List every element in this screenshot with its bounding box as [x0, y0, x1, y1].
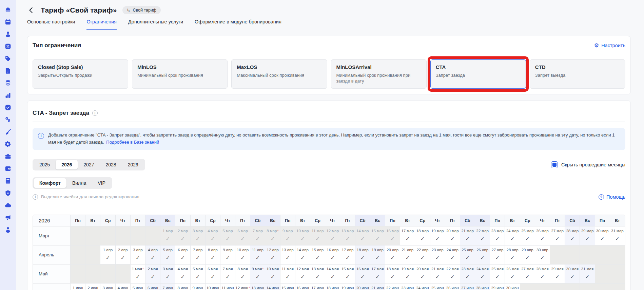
calendar-cell[interactable]: 18 мар✓	[415, 226, 430, 245]
calendar-cell[interactable]: 28 апр✓	[505, 245, 520, 264]
tab-дополнительные-услуги[interactable]: Дополнительные услуги	[128, 19, 183, 29]
calendar-cell[interactable]: 4 мая✓	[175, 264, 190, 283]
calendar-cell[interactable]: 22 мая✓	[445, 264, 460, 283]
room-type-tab-комфорт[interactable]: Комфорт	[34, 178, 66, 188]
year-tab-2028[interactable]: 2028	[100, 160, 122, 169]
configure-button[interactable]: ⚙ Настроить	[594, 43, 625, 48]
calendar-cell[interactable]: 14 апр✓	[295, 245, 310, 264]
calendar-cell[interactable]: 21 апр✓	[400, 245, 415, 264]
coins-icon[interactable]	[4, 79, 12, 87]
calendar-cell[interactable]: 12 апр✓	[265, 245, 280, 264]
calendar-cell[interactable]: 2 мар✓	[175, 226, 190, 245]
tab-ограничения[interactable]: Ограничения	[86, 19, 116, 29]
calendar-cell[interactable]: 20 июн✓	[355, 283, 370, 290]
calendar-cell[interactable]: 30 апр✓	[535, 245, 550, 264]
calendar-cell[interactable]: 2 июн✓	[85, 283, 100, 290]
calendar-cell[interactable]: 15 мар✓	[370, 226, 385, 245]
hide-past-months-toggle[interactable]: Скрыть прошедшие месяцы	[551, 161, 625, 168]
restriction-card-minlosarrival[interactable]: MinLOSArrivalМинимальный срок проживания…	[331, 59, 427, 89]
hide-past-months-checkbox[interactable]	[551, 161, 558, 168]
calendar-cell[interactable]: 16 апр✓	[325, 245, 340, 264]
calendar-cell[interactable]: 1 мая*✓	[130, 264, 145, 283]
calendar-cell[interactable]: 18 мая✓	[385, 264, 400, 283]
room-type-tab-вилла[interactable]: Вилла	[66, 178, 92, 188]
calendar-cell[interactable]: 7 апр✓	[190, 245, 205, 264]
shield-star-icon[interactable]	[4, 189, 12, 197]
percent-icon[interactable]	[4, 43, 12, 50]
calendar-cell[interactable]: 11 мар✓	[310, 226, 325, 245]
tab-основные-настройки[interactable]: Основные настройки	[27, 19, 75, 29]
calendar-cell[interactable]: 11 июн✓	[220, 283, 235, 290]
calendar-cell[interactable]: 11 апр✓	[250, 245, 265, 264]
calendar-cell[interactable]: 27 мар✓	[550, 226, 565, 245]
calendar-cell[interactable]: 10 мая✓	[265, 264, 280, 283]
calendar-cell[interactable]: 26 апр✓	[475, 245, 490, 264]
calendar-cell[interactable]: 26 мая✓	[505, 264, 520, 283]
calendar-cell[interactable]: 31 мар✓	[610, 226, 625, 245]
knowledge-base-link[interactable]: Подробнее в Базе знаний	[106, 140, 159, 145]
calendar-cell[interactable]: 12 мая✓	[295, 264, 310, 283]
calendar-cell[interactable]: 8 мар*✓	[265, 226, 280, 245]
calendar-cell[interactable]: 22 мар✓	[475, 226, 490, 245]
bar-chart-icon[interactable]	[4, 92, 12, 99]
calendar-cell[interactable]: 16 мар✓	[385, 226, 400, 245]
calendar-cell[interactable]: 22 апр✓	[415, 245, 430, 264]
calendar-cell[interactable]: 17 мая✓	[370, 264, 385, 283]
tag-icon[interactable]	[4, 55, 12, 62]
gear-icon[interactable]	[4, 141, 12, 148]
calendar-icon[interactable]	[4, 18, 12, 25]
calendar-cell[interactable]: 9 июн✓	[190, 283, 205, 290]
calendar-cell[interactable]: 1 мар✓	[160, 226, 175, 245]
calendar-cell[interactable]: 6 июн✓	[145, 283, 160, 290]
calendar-cell[interactable]: 7 мар✓	[250, 226, 265, 245]
calendar-cell[interactable]: 31 мая✓	[580, 264, 595, 283]
bell-icon[interactable]	[4, 6, 12, 13]
calendar-cell[interactable]: 19 мар✓	[430, 226, 445, 245]
calendar-cell[interactable]: 19 апр✓	[370, 245, 385, 264]
calendar-cell[interactable]: 3 мар✓	[190, 226, 205, 245]
year-tab-2027[interactable]: 2027	[78, 160, 100, 169]
calendar-cell[interactable]: 28 мая✓	[535, 264, 550, 283]
calendar-cell[interactable]: 3 июн✓	[100, 283, 115, 290]
calendar-cell[interactable]: 6 мар✓	[235, 226, 250, 245]
back-button[interactable]	[27, 6, 35, 14]
calendar-cell[interactable]: 9 мая*✓	[250, 264, 265, 283]
info-icon[interactable]: i	[92, 110, 98, 116]
restriction-card-closed-stop-sale-[interactable]: Closed (Stop Sale)Закрыть/Открыть продаж…	[33, 59, 128, 89]
person-icon[interactable]	[4, 31, 12, 38]
calendar-cell[interactable]: 20 мая✓	[415, 264, 430, 283]
calendar-cell[interactable]: 5 мар✓	[220, 226, 235, 245]
calendar-cell[interactable]: 25 апр✓	[460, 245, 475, 264]
profile-icon[interactable]	[4, 226, 12, 233]
calendar-cell[interactable]: 29 мар✓	[580, 226, 595, 245]
calendar-cell[interactable]: 27 апр✓	[490, 245, 505, 264]
calendar-cell[interactable]: 13 мая✓	[310, 264, 325, 283]
calendar-cell[interactable]: 7 мая✓	[220, 264, 235, 283]
megaphone-icon[interactable]	[4, 214, 12, 221]
calculator-icon[interactable]	[4, 177, 12, 184]
calendar-cell[interactable]: 24 мар✓	[505, 226, 520, 245]
calendar-cell[interactable]: 22 июн✓	[385, 283, 400, 290]
calendar-cell[interactable]: 20 мар✓	[445, 226, 460, 245]
calendar-cell[interactable]: 23 мар✓	[490, 226, 505, 245]
calendar-cell[interactable]: 29 июн✓	[490, 283, 505, 290]
calendar-cell[interactable]: 23 апр✓	[430, 245, 445, 264]
calendar-cell[interactable]: 12 мар✓	[325, 226, 340, 245]
calendar-cell[interactable]: 21 мар✓	[460, 226, 475, 245]
calendar-cell[interactable]: 10 июн✓	[205, 283, 220, 290]
calendar-cell[interactable]: 29 апр✓	[520, 245, 535, 264]
broom-icon[interactable]	[4, 128, 12, 135]
help-link[interactable]: ? Помощь	[599, 194, 625, 200]
briefcase-icon[interactable]	[4, 153, 12, 160]
calendar-cell[interactable]: 7 июн✓	[160, 283, 175, 290]
document-icon[interactable]	[4, 67, 12, 74]
calendar-cell[interactable]: 3 апр✓	[130, 245, 145, 264]
calendar-cell[interactable]: 13 мар✓	[340, 226, 355, 245]
calendar-cell[interactable]: 8 июн✓	[175, 283, 190, 290]
calendar-cell[interactable]: 16 июн✓	[295, 283, 310, 290]
restriction-card-minlos[interactable]: MinLOSМинимальный срок проживания	[132, 59, 228, 89]
calendar-cell[interactable]: 25 мая✓	[490, 264, 505, 283]
calendar-cell[interactable]: 10 апр✓	[235, 245, 250, 264]
restriction-card-ctd[interactable]: CTDЗапрет выезда	[530, 59, 625, 89]
calendar-cell[interactable]: 15 июн✓	[280, 283, 295, 290]
